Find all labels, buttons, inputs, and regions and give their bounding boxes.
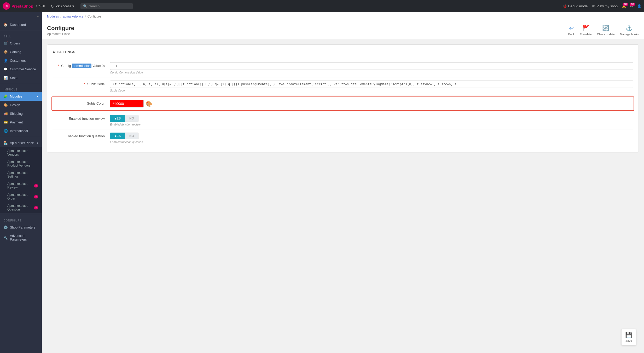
palette-icon: 🎨 — [4, 103, 8, 107]
question-no-button[interactable]: NO — [125, 133, 138, 139]
breadcrumb-sep-2: / — [85, 15, 86, 18]
sidebar-item-dashboard[interactable]: 🏠 Dashboard — [0, 20, 42, 29]
quick-access-label: Quick Access — [51, 4, 71, 8]
sidebar-item-label-product-vendors: Apmarketplace Product Vendors — [7, 160, 38, 167]
view-my-shop-btn[interactable]: 👁 View my shop — [592, 4, 618, 8]
sidebar-item-stats[interactable]: 📊 Stats — [0, 73, 42, 82]
manage-hooks-label: Manage hooks — [620, 33, 639, 36]
sidebar-item-apmarketplace-settings[interactable]: Apmarketplace Settings — [0, 169, 42, 180]
review-no-button[interactable]: NO — [125, 115, 138, 122]
brand-logo-icon: PS — [3, 2, 10, 10]
sidebar-item-payment[interactable]: 💳 Payment — [0, 118, 42, 127]
profile-icon: 👤 — [637, 4, 641, 8]
translate-label: Translate — [580, 33, 591, 36]
question-yes-button[interactable]: YES — [110, 133, 125, 139]
manage-hooks-button[interactable]: ⚓ Manage hooks — [620, 25, 639, 36]
gear-icon: ⚙️ — [4, 225, 8, 229]
breadcrumb-current: Configure — [88, 15, 101, 18]
sidebar-item-advanced-parameters[interactable]: 🔧 Advanced Parameters — [0, 232, 42, 244]
sidebar-item-apmarketplace-vendors[interactable]: Apmarketplace Vendors — [0, 147, 42, 158]
store-icon: 🏪 — [4, 141, 8, 145]
enabled-function-review-control: YES NO Enabled function review — [110, 115, 633, 126]
back-icon: ↩ — [569, 25, 574, 32]
save-button[interactable]: 💾 Save — [621, 329, 636, 345]
search-box[interactable]: 🔍 — [80, 3, 133, 9]
sidebar-item-international[interactable]: 🌐 International — [0, 127, 42, 135]
sidebar-item-label-settings: Apmarketplace Settings — [7, 171, 38, 178]
quick-access-menu[interactable]: Quick Access ▾ — [48, 4, 77, 8]
enabled-function-question-row: Enabled function question YES NO Enabled… — [53, 129, 633, 147]
sidebar-item-shipping[interactable]: 🚚 Shipping — [0, 109, 42, 118]
settings-section-title: SETTINGS — [57, 50, 76, 54]
sidebar-item-apmarketplace-question[interactable]: Apmarketplace Question ● — [0, 202, 42, 213]
subiz-code-input[interactable] — [110, 81, 633, 88]
sidebar-item-label-catalog: Catalog — [10, 50, 21, 54]
subiz-color-text-input[interactable] — [110, 100, 144, 107]
back-button[interactable]: ↩ Back — [568, 25, 575, 36]
config-commission-row: * Config commission Value % Config Commi… — [53, 59, 633, 77]
sidebar-item-customer-service[interactable]: 💬 Customer Service — [0, 65, 42, 73]
quick-access-chevron-icon: ▾ — [72, 4, 74, 8]
save-icon: 💾 — [625, 332, 632, 339]
check-update-button[interactable]: 🔄 Check update — [597, 25, 615, 36]
profile-btn[interactable]: 👤 — [637, 4, 641, 8]
sidebar-section-sell: SELL — [0, 32, 42, 39]
modules-chevron-icon: ▾ — [37, 95, 38, 98]
sidebar-item-apmarketplace-review[interactable]: Apmarketplace Review ● — [0, 180, 42, 191]
sidebar-item-apmarketplace-order[interactable]: Apmarketplace Order ● — [0, 191, 42, 202]
subiz-code-label: * Subiz Code — [53, 81, 110, 86]
sidebar-item-shop-parameters[interactable]: ⚙️ Shop Parameters — [0, 223, 42, 232]
messages-btn[interactable]: ✉ 10 — [630, 4, 633, 8]
sidebar-toggle-btn[interactable]: « — [0, 12, 42, 20]
sidebar-item-apmarketplace-product-vendors[interactable]: Apmarketplace Product Vendors — [0, 158, 42, 169]
search-input[interactable] — [89, 4, 125, 8]
main-content: Modules / apmarketplace / Configure Conf… — [42, 12, 644, 353]
sidebar-item-label-payment: Payment — [10, 121, 23, 124]
sidebar-item-label-review: Apmarketplace Review — [7, 182, 32, 189]
sidebar-item-label-shop-parameters: Shop Parameters — [10, 226, 35, 229]
search-icon: 🔍 — [83, 4, 87, 8]
config-commission-help: Config Commission Value — [110, 71, 633, 74]
config-commission-input[interactable] — [110, 62, 633, 70]
review-badge: ● — [34, 184, 38, 187]
subiz-code-control: Subiz Code — [110, 81, 633, 92]
config-commission-label: * Config commission Value % — [53, 62, 110, 68]
sidebar-item-label-vendors: Apmarketplace Vendors — [7, 149, 38, 156]
package-icon: 📦 — [4, 50, 8, 54]
sidebar-item-orders[interactable]: 🛒 Orders — [0, 39, 42, 48]
sidebar-item-modules[interactable]: 🧩 Modules ▾ — [0, 92, 42, 101]
sidebar-item-ap-market-place[interactable]: 🏪 Ap Market Place ▾ — [0, 139, 42, 147]
enabled-function-review-label: Enabled function review — [53, 115, 110, 121]
view-my-shop-label: View my shop — [596, 4, 618, 8]
sidebar-divider-3 — [0, 137, 42, 137]
home-icon: 🏠 — [4, 23, 8, 27]
sidebar-item-design[interactable]: 🎨 Design — [0, 101, 42, 109]
translate-button[interactable]: 🚩 Translate — [580, 25, 591, 36]
breadcrumb-modules[interactable]: Modules — [47, 15, 59, 18]
sidebar-item-label-customer-service: Customer Service — [10, 67, 36, 71]
brand-version: 1.7.5.0 — [36, 4, 45, 8]
breadcrumb-apmarketplace[interactable]: apmarketplace — [63, 15, 84, 18]
notifications-btn[interactable]: 🔔 10 — [622, 4, 626, 8]
page-subtitle: Ap Market Place — [47, 32, 74, 36]
order-badge: ● — [34, 195, 38, 198]
save-label: Save — [625, 339, 632, 342]
sidebar-item-label-stats: Stats — [10, 76, 18, 80]
sidebar-item-catalog[interactable]: 📦 Catalog — [0, 48, 42, 56]
color-picker-icon[interactable]: 🎨 — [146, 101, 152, 107]
enabled-function-question-label: Enabled function question — [53, 133, 110, 138]
sidebar-item-label-advanced-parameters: Advanced Parameters — [10, 234, 38, 241]
top-navbar: PS PrestaShop 1.7.5.0 Quick Access ▾ 🔍 🐞… — [0, 0, 644, 12]
sidebar-item-label-modules: Modules — [10, 95, 22, 98]
puzzle-icon: 🧩 — [4, 94, 8, 98]
brand-logo-area: PS PrestaShop 1.7.5.0 — [3, 2, 45, 10]
subiz-color-label: Subiz Color — [52, 100, 110, 105]
subiz-color-control: 🎨 — [110, 100, 634, 107]
enabled-function-question-toggle: YES NO — [110, 133, 633, 139]
back-label: Back — [568, 33, 575, 36]
ap-market-place-submenu: Apmarketplace Vendors Apmarketplace Prod… — [0, 147, 42, 213]
debug-mode-btn[interactable]: 🐞 Debug mode — [563, 4, 588, 8]
review-yes-button[interactable]: YES — [110, 115, 125, 122]
check-update-label: Check update — [597, 33, 615, 36]
sidebar-item-customers[interactable]: 👤 Customers — [0, 56, 42, 65]
